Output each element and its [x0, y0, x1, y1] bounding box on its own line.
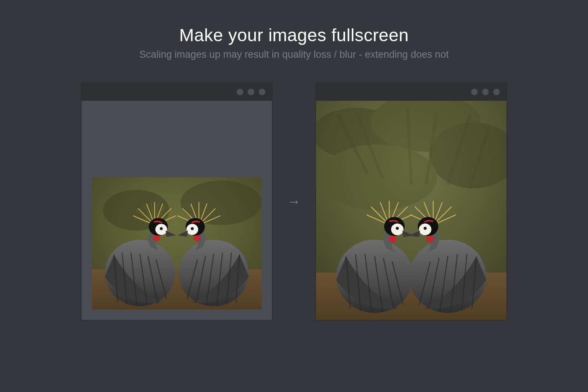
svg-point-22: [160, 227, 163, 230]
window-control-dot: [471, 89, 478, 95]
svg-point-65: [426, 236, 434, 242]
comparison-panels: →: [0, 82, 588, 321]
page-subtitle: Scaling images up may result in quality …: [0, 49, 588, 60]
window-control-dot: [493, 89, 500, 95]
window-content: [316, 101, 506, 320]
page-title: Make your images fullscreen: [0, 25, 588, 45]
svg-point-64: [424, 227, 427, 230]
window-control-dot: [237, 89, 243, 95]
window-titlebar: [82, 83, 272, 101]
window-content: [82, 101, 272, 320]
svg-point-53: [388, 236, 397, 242]
svg-point-35: [193, 235, 201, 241]
svg-point-34: [191, 227, 194, 230]
window-titlebar: [316, 83, 506, 101]
window-after: [315, 82, 507, 321]
window-control-dot: [482, 89, 489, 95]
window-before: [81, 82, 273, 321]
svg-point-23: [153, 235, 160, 241]
fullscreen-image: [316, 101, 506, 320]
svg-point-52: [396, 227, 399, 230]
window-control-dot: [259, 89, 265, 95]
arrow-right-icon: →: [287, 194, 301, 209]
svg-point-40: [320, 145, 437, 210]
window-control-dot: [248, 89, 254, 95]
letterboxed-image: [92, 177, 262, 310]
